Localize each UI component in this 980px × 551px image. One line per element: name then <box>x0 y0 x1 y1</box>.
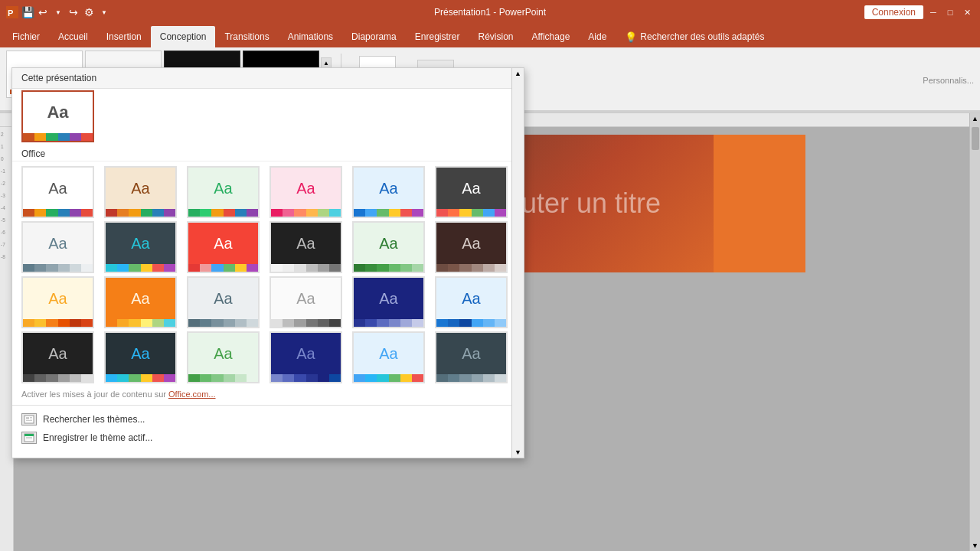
svg-text:P: P <box>8 8 13 18</box>
powerpoint-icon: P <box>6 6 18 18</box>
scroll-down-arrow[interactable]: ▼ <box>970 540 980 551</box>
theme-woodtype[interactable]: Aa <box>21 331 94 383</box>
theme-integral[interactable]: Aa <box>435 166 508 218</box>
tab-transitions[interactable]: Transitions <box>215 26 278 47</box>
tab-insertion[interactable]: Insertion <box>97 26 151 47</box>
theme-facet[interactable]: Aa <box>104 221 177 273</box>
themes-grid: Aa Aa Aa Aa Aa Aa Aa Aa <box>12 163 524 386</box>
save-icon[interactable]: 💾 <box>21 6 34 18</box>
theme-banded[interactable]: Aa <box>270 221 342 273</box>
theme-quotable[interactable]: Aa <box>187 276 260 328</box>
tab-animations[interactable]: Animations <box>279 26 342 47</box>
personnaliser-section: Personnalis... <box>923 51 974 109</box>
theme-retrospect[interactable]: Aa <box>104 166 177 218</box>
dropdown-actions: Rechercher les thèmes... Enregistrer le … <box>12 405 524 452</box>
maximize-button[interactable]: □ <box>943 5 957 19</box>
scroll-track[interactable] <box>972 124 979 540</box>
theme-circuit[interactable]: Aa <box>187 331 260 383</box>
cette-section: Aa <box>12 89 524 145</box>
rechercher-themes-label: Rechercher les thèmes... <box>43 414 145 425</box>
cette-presentation-label: Cette présentation <box>21 73 96 83</box>
tab-affichage[interactable]: Affichage <box>523 26 580 47</box>
dropdown-scroll-up-btn[interactable]: ▲ <box>514 70 521 77</box>
svg-rect-10 <box>26 439 32 439</box>
redo-icon[interactable]: ↪ <box>67 6 80 18</box>
scroll-up-arrow[interactable]: ▲ <box>970 113 980 124</box>
theme-savon[interactable]: Aa <box>435 331 508 383</box>
dropdown-cette-header: Cette présentation <box>12 68 524 89</box>
variants-scroll-up[interactable]: ▲ <box>321 57 332 68</box>
title-bar-left: P 💾 ↩ ▼ ↪ ⚙ ▼ <box>6 6 110 18</box>
office-info-text: Activer les mises à jour de contenu sur … <box>12 386 524 402</box>
undo-dropdown-icon[interactable]: ▼ <box>52 6 64 18</box>
svg-rect-3 <box>26 417 29 419</box>
tab-enregistrer[interactable]: Enregistrer <box>406 26 469 47</box>
office-section-label: Office <box>12 145 524 161</box>
window-title: Présentation1 - PowerPoint <box>434 7 546 18</box>
theme-parallax[interactable]: Aa <box>21 221 94 273</box>
theme-wisp[interactable]: Aa <box>21 276 94 328</box>
theme-crop[interactable]: Aa <box>187 221 260 273</box>
svg-rect-8 <box>24 434 34 436</box>
theme-damask[interactable]: Aa <box>352 166 425 218</box>
title-bar-right: Connexion ─ □ ✕ <box>864 5 974 19</box>
theme-frame[interactable]: Berlin Aa <box>104 276 177 328</box>
theme-main-event[interactable]: Aa <box>352 276 425 328</box>
theme-celestial[interactable]: Aa <box>270 331 342 383</box>
cette-theme-item[interactable]: Aa <box>21 90 94 142</box>
ribbon-tabs: Fichier Accueil Insertion Conception Tra… <box>0 24 980 47</box>
dropdown-scroll-down-btn[interactable]: ▼ <box>514 448 521 456</box>
tab-rechercher[interactable]: 💡 Rechercher des outils adaptés <box>616 26 773 47</box>
minimize-button[interactable]: ─ <box>926 5 940 19</box>
tab-aide[interactable]: Aide <box>579 26 616 47</box>
svg-rect-5 <box>30 419 32 419</box>
undo-icon[interactable]: ↩ <box>37 6 49 18</box>
customize-dropdown-icon[interactable]: ▼ <box>98 6 110 18</box>
theme-office[interactable]: Aa <box>21 166 94 218</box>
close-button[interactable]: ✕ <box>960 5 974 19</box>
theme-leathery[interactable]: Aa <box>435 221 508 273</box>
theme-ion-board[interactable]: Aa <box>352 331 425 383</box>
tab-diaporama[interactable]: Diaporama <box>342 26 406 47</box>
theme-organic[interactable]: Aa <box>352 221 425 273</box>
theme-minimal[interactable]: Aa <box>270 276 342 328</box>
save-theme-icon <box>21 432 37 444</box>
personnaliser-label: Personnalis... <box>923 76 974 85</box>
rechercher-themes-action[interactable]: Rechercher les thèmes... <box>21 410 514 429</box>
theme-berlin[interactable]: Aa <box>104 331 177 383</box>
scrollbar-vertical[interactable]: ▲ ▼ <box>969 113 980 551</box>
title-bar: P 💾 ↩ ▼ ↪ ⚙ ▼ Présentation1 - PowerPoint… <box>0 0 980 24</box>
themes-dropdown: ▲ ▼ Cette présentation Aa Office Aa A <box>11 67 524 458</box>
customize-icon[interactable]: ⚙ <box>83 6 95 18</box>
tab-conception[interactable]: Conception <box>151 26 216 47</box>
lightbulb-icon: 💡 <box>625 31 637 43</box>
theme-atlas[interactable]: Aa <box>435 276 508 328</box>
enregistrer-theme-action[interactable]: Enregistrer le thème actif... <box>21 429 514 447</box>
svg-rect-4 <box>30 417 32 418</box>
office-link[interactable]: Office.com... <box>168 390 216 399</box>
scroll-thumb[interactable] <box>972 127 979 150</box>
dropdown-scrollbar: ▲ ▼ <box>511 68 524 458</box>
theme-slice[interactable]: Aa <box>187 166 260 218</box>
tab-fichier[interactable]: Fichier <box>3 26 49 47</box>
search-themes-icon <box>21 413 37 425</box>
enregistrer-theme-label: Enregistrer le thème actif... <box>43 432 152 443</box>
connexion-button[interactable]: Connexion <box>864 5 923 19</box>
svg-rect-6 <box>26 420 32 421</box>
cette-theme-footer <box>23 133 93 141</box>
tab-accueil[interactable]: Accueil <box>49 26 97 47</box>
cette-theme-preview: Aa <box>23 92 93 133</box>
theme-ion[interactable]: Aa <box>270 166 342 218</box>
svg-rect-9 <box>26 437 32 438</box>
slide-right-accent <box>714 135 805 272</box>
tab-revision[interactable]: Révision <box>469 26 522 47</box>
